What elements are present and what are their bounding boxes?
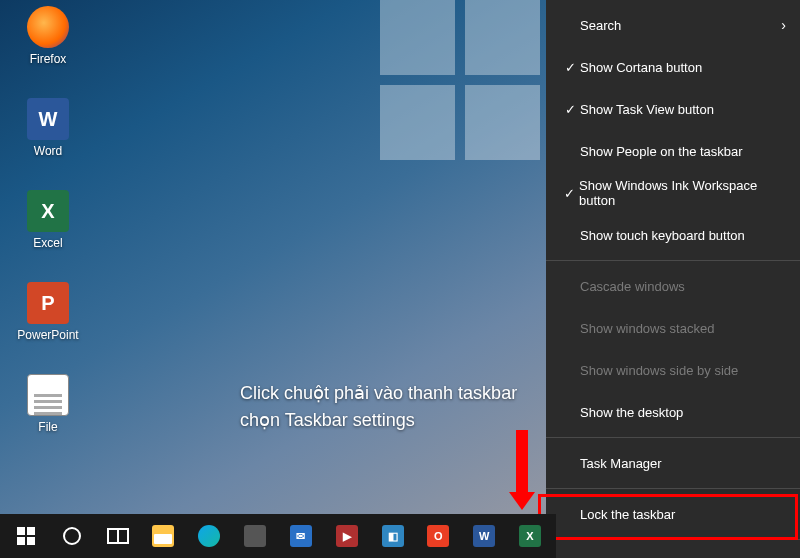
menu-item-cascade: Cascade windows xyxy=(546,265,800,307)
instruction-text: Click chuột phải vào thanh taskbar chọn … xyxy=(240,380,517,434)
menu-item-ink[interactable]: ✓ Show Windows Ink Workspace button xyxy=(546,172,800,214)
desktop-icon-label: Word xyxy=(34,144,62,158)
file-explorer-icon xyxy=(152,525,174,547)
menu-item-search[interactable]: Search › xyxy=(546,4,800,46)
checkmark-icon: ✓ xyxy=(560,186,579,201)
office-icon: O xyxy=(427,525,449,547)
firefox-icon xyxy=(27,6,69,48)
menu-item-taskbar-settings[interactable]: ⚙ Taskbar settings xyxy=(546,544,800,558)
taskbar-app-photos[interactable]: ◧ xyxy=(371,514,415,558)
windows-icon xyxy=(14,524,38,548)
taskview-icon xyxy=(106,524,130,548)
menu-item-touch[interactable]: Show touch keyboard button xyxy=(546,214,800,256)
menu-item-showdesktop[interactable]: Show the desktop xyxy=(546,391,800,433)
menu-separator xyxy=(546,488,800,489)
menu-separator xyxy=(546,437,800,438)
taskbar[interactable]: ✉ ▶ ◧ O W X xyxy=(0,514,556,558)
file-icon xyxy=(27,374,69,416)
desktop-icon-excel[interactable]: X Excel xyxy=(14,190,82,250)
menu-label: Cascade windows xyxy=(580,279,685,294)
menu-label: Show Windows Ink Workspace button xyxy=(579,178,786,208)
instruction-line: chọn Taskbar settings xyxy=(240,407,517,434)
menu-item-lock[interactable]: Lock the taskbar xyxy=(546,493,800,535)
desktop-icon-label: Firefox xyxy=(30,52,67,66)
menu-label: Show Task View button xyxy=(580,102,714,117)
menu-label: Task Manager xyxy=(580,456,662,471)
taskbar-context-menu: Search › ✓ Show Cortana button ✓ Show Ta… xyxy=(546,0,800,558)
taskbar-app-edge[interactable] xyxy=(187,514,231,558)
taskview-button[interactable] xyxy=(96,514,140,558)
checkmark-icon: ✓ xyxy=(560,102,580,117)
menu-item-sidebyside: Show windows side by side xyxy=(546,349,800,391)
checkmark-icon: ✓ xyxy=(560,60,580,75)
mail-icon: ✉ xyxy=(290,525,312,547)
menu-item-taskmanager[interactable]: Task Manager xyxy=(546,442,800,484)
annotation-arrow-icon xyxy=(516,430,535,510)
desktop-icons-column: Firefox W Word X Excel P PowerPoint File xyxy=(14,6,82,434)
menu-label: Lock the taskbar xyxy=(580,507,675,522)
desktop-icon-file[interactable]: File xyxy=(14,374,82,434)
menu-item-stacked: Show windows stacked xyxy=(546,307,800,349)
desktop[interactable]: Firefox W Word X Excel P PowerPoint File… xyxy=(0,0,800,558)
instruction-line: Click chuột phải vào thanh taskbar xyxy=(240,380,517,407)
desktop-icon-label: PowerPoint xyxy=(17,328,78,342)
word-icon: W xyxy=(27,98,69,140)
movies-icon: ▶ xyxy=(336,525,358,547)
cortana-icon xyxy=(60,524,84,548)
desktop-icon-label: Excel xyxy=(33,236,62,250)
menu-item-people[interactable]: Show People on the taskbar xyxy=(546,130,800,172)
store-icon xyxy=(244,525,266,547)
menu-label: Show the desktop xyxy=(580,405,683,420)
menu-item-cortana[interactable]: ✓ Show Cortana button xyxy=(546,46,800,88)
taskbar-app-explorer[interactable] xyxy=(141,514,185,558)
taskbar-app-movies[interactable]: ▶ xyxy=(325,514,369,558)
desktop-icon-powerpoint[interactable]: P PowerPoint xyxy=(14,282,82,342)
desktop-icon-word[interactable]: W Word xyxy=(14,98,82,158)
menu-label: Show windows side by side xyxy=(580,363,738,378)
menu-label: Show windows stacked xyxy=(580,321,714,336)
photos-icon: ◧ xyxy=(382,525,404,547)
menu-label: Show Cortana button xyxy=(580,60,702,75)
menu-label: Show People on the taskbar xyxy=(580,144,743,159)
edge-icon xyxy=(198,525,220,547)
word-icon: W xyxy=(473,525,495,547)
menu-label: Search xyxy=(580,18,621,33)
chevron-right-icon: › xyxy=(781,17,786,33)
taskbar-app-office[interactable]: O xyxy=(416,514,460,558)
menu-label: Show touch keyboard button xyxy=(580,228,745,243)
taskbar-app-excel[interactable]: X xyxy=(508,514,552,558)
taskbar-app-store[interactable] xyxy=(233,514,277,558)
taskbar-app-mail[interactable]: ✉ xyxy=(279,514,323,558)
start-button[interactable] xyxy=(4,514,48,558)
excel-icon: X xyxy=(519,525,541,547)
menu-separator xyxy=(546,539,800,540)
windows-wallpaper-logo xyxy=(380,0,540,160)
powerpoint-icon: P xyxy=(27,282,69,324)
taskbar-app-word[interactable]: W xyxy=(462,514,506,558)
menu-item-taskview[interactable]: ✓ Show Task View button xyxy=(546,88,800,130)
desktop-icon-firefox[interactable]: Firefox xyxy=(14,6,82,66)
excel-icon: X xyxy=(27,190,69,232)
cortana-button[interactable] xyxy=(50,514,94,558)
menu-separator xyxy=(546,260,800,261)
desktop-icon-label: File xyxy=(38,420,57,434)
